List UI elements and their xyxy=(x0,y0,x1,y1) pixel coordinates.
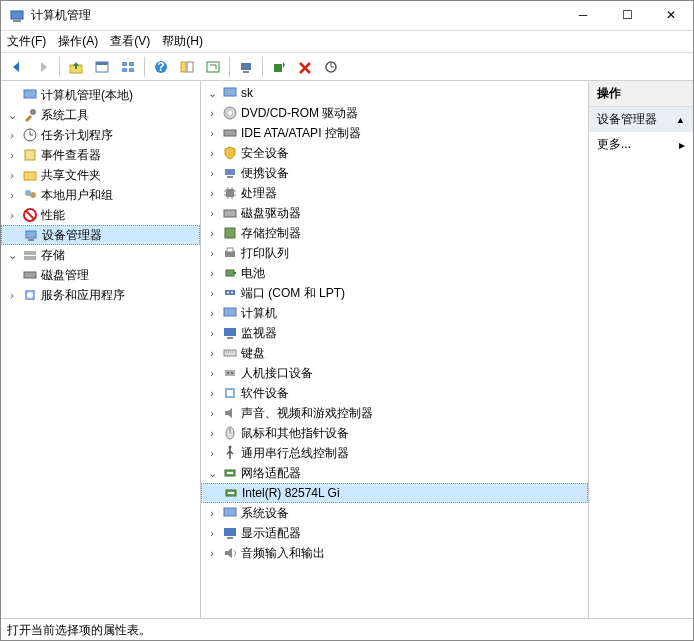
device-root[interactable]: ⌄sk xyxy=(201,83,588,103)
device-icon xyxy=(222,245,238,261)
forward-button[interactable] xyxy=(31,55,55,79)
svg-rect-45 xyxy=(234,272,236,274)
titlebar: 计算机管理 ─ ☐ ✕ xyxy=(1,1,693,31)
menu-help[interactable]: 帮助(H) xyxy=(162,33,203,50)
device-item[interactable]: Intel(R) 82574L Gi xyxy=(201,483,588,503)
menu-action[interactable]: 操作(A) xyxy=(58,33,98,50)
up-folder-button[interactable] xyxy=(64,55,88,79)
device-item[interactable]: ›通用串行总线控制器 xyxy=(201,443,588,463)
storage-icon xyxy=(22,247,38,263)
toolbar: ? xyxy=(1,53,693,81)
svg-point-35 xyxy=(228,111,232,115)
left-local-users[interactable]: ›本地用户和组 xyxy=(1,185,200,205)
svg-rect-65 xyxy=(224,508,236,516)
actions-section[interactable]: 设备管理器▲ xyxy=(589,107,693,132)
device-item[interactable]: ›音频输入和输出 xyxy=(201,543,588,563)
device-item[interactable]: ›系统设备 xyxy=(201,503,588,523)
device-item[interactable]: ⌄网络适配器 xyxy=(201,463,588,483)
device-item[interactable]: ›存储控制器 xyxy=(201,223,588,243)
device-icon xyxy=(222,205,238,221)
left-disk-mgmt[interactable]: 磁盘管理 xyxy=(1,265,200,285)
device-item[interactable]: ›显示适配器 xyxy=(201,523,588,543)
menu-file[interactable]: 文件(F) xyxy=(7,33,46,50)
folder-icon xyxy=(22,167,38,183)
device-item[interactable]: ›DVD/CD-ROM 驱动器 xyxy=(201,103,588,123)
left-task-scheduler[interactable]: ›任务计划程序 xyxy=(1,125,200,145)
device-item[interactable]: ›鼠标和其他指针设备 xyxy=(201,423,588,443)
device-item[interactable]: ›人机接口设备 xyxy=(201,363,588,383)
left-performance[interactable]: ›性能 xyxy=(1,205,200,225)
disk-icon xyxy=(22,267,38,283)
svg-rect-16 xyxy=(274,64,282,72)
device-item[interactable]: ›便携设备 xyxy=(201,163,588,183)
left-device-manager[interactable]: 设备管理器 xyxy=(1,225,200,245)
svg-rect-13 xyxy=(207,62,219,72)
device-item[interactable]: ›IDE ATA/ATAPI 控制器 xyxy=(201,123,588,143)
device-item[interactable]: ›键盘 xyxy=(201,343,588,363)
device-item[interactable]: ›电池 xyxy=(201,263,588,283)
device-item[interactable]: ›监视器 xyxy=(201,323,588,343)
statusbar: 打开当前选择项的属性表。 xyxy=(1,618,693,640)
svg-rect-5 xyxy=(122,62,127,66)
device-item[interactable]: ›声音、视频和游戏控制器 xyxy=(201,403,588,423)
svg-rect-52 xyxy=(224,350,236,356)
device-item[interactable]: ›安全设备 xyxy=(201,143,588,163)
perf-icon xyxy=(22,207,38,223)
device-icon xyxy=(222,505,238,521)
device-item[interactable]: ›端口 (COM 和 LPT) xyxy=(201,283,588,303)
back-button[interactable] xyxy=(5,55,29,79)
event-icon xyxy=(22,147,38,163)
left-storage[interactable]: ⌄存储 xyxy=(1,245,200,265)
scan-button[interactable] xyxy=(234,55,258,79)
show-hide-tree-button[interactable] xyxy=(175,55,199,79)
svg-point-32 xyxy=(27,292,33,298)
svg-rect-4 xyxy=(96,62,108,65)
menu-view[interactable]: 查看(V) xyxy=(110,33,150,50)
device-item[interactable]: ›磁盘驱动器 xyxy=(201,203,588,223)
svg-rect-43 xyxy=(227,248,233,252)
chevron-right-icon: ▸ xyxy=(679,138,685,152)
maximize-button[interactable]: ☐ xyxy=(605,1,649,31)
svg-rect-40 xyxy=(224,210,236,217)
device-item[interactable]: ›软件设备 xyxy=(201,383,588,403)
device-icon xyxy=(223,485,239,501)
enable-button[interactable] xyxy=(267,55,291,79)
left-shared-folders[interactable]: ›共享文件夹 xyxy=(1,165,200,185)
help-button[interactable]: ? xyxy=(149,55,173,79)
tools-icon xyxy=(22,107,38,123)
left-system-tools[interactable]: ⌄系统工具 xyxy=(1,105,200,125)
svg-rect-46 xyxy=(225,290,235,295)
window-title: 计算机管理 xyxy=(31,7,561,24)
left-services[interactable]: ›服务和应用程序 xyxy=(1,285,200,305)
properties-button[interactable] xyxy=(90,55,114,79)
device-item[interactable]: ›处理器 xyxy=(201,183,588,203)
left-root[interactable]: 计算机管理(本地) xyxy=(1,85,200,105)
svg-rect-50 xyxy=(224,328,236,336)
left-event-viewer[interactable]: ›事件查看器 xyxy=(1,145,200,165)
device-icon xyxy=(222,545,238,561)
svg-point-24 xyxy=(30,192,36,198)
svg-rect-66 xyxy=(224,528,236,536)
update-driver-button[interactable] xyxy=(319,55,343,79)
svg-rect-29 xyxy=(24,256,36,260)
refresh-button[interactable] xyxy=(201,55,225,79)
disable-button[interactable] xyxy=(293,55,317,79)
device-item[interactable]: ›打印队列 xyxy=(201,243,588,263)
device-icon xyxy=(222,165,238,181)
svg-rect-26 xyxy=(26,231,36,238)
device-tree-pane[interactable]: ⌄sk ›DVD/CD-ROM 驱动器›IDE ATA/ATAPI 控制器›安全… xyxy=(201,81,589,618)
svg-rect-51 xyxy=(227,337,233,339)
svg-rect-15 xyxy=(243,71,249,73)
actions-more[interactable]: 更多...▸ xyxy=(589,132,693,157)
svg-point-60 xyxy=(229,446,232,449)
svg-rect-11 xyxy=(181,62,186,72)
svg-point-48 xyxy=(231,292,233,294)
device-item[interactable]: ›计算机 xyxy=(201,303,588,323)
close-button[interactable]: ✕ xyxy=(649,1,693,31)
minimize-button[interactable]: ─ xyxy=(561,1,605,31)
svg-text:?: ? xyxy=(157,60,164,74)
svg-rect-49 xyxy=(224,308,236,316)
view-button[interactable] xyxy=(116,55,140,79)
svg-point-55 xyxy=(231,372,233,374)
left-tree-pane[interactable]: 计算机管理(本地) ⌄系统工具 ›任务计划程序 ›事件查看器 ›共享文件夹 ›本… xyxy=(1,81,201,618)
